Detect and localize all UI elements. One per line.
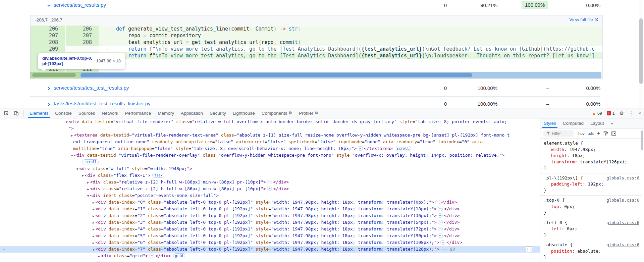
devtools-tab-elements[interactable]: Elements (26, 108, 52, 118)
css-rule: .left-0 {globals.css:6left: 0px;} (540, 218, 642, 241)
expand-ellipsis-pill[interactable]: ⋯ (358, 146, 363, 151)
expand-ellipsis-pill[interactable]: ⋯ (438, 213, 443, 218)
expand-ellipsis-pill[interactable]: ⋯ (149, 254, 154, 258)
dom-tree-node[interactable]: ▶<div data-index="2" class="absolute lef… (0, 212, 540, 219)
expand-ellipsis-pill[interactable]: ⋯ (438, 227, 443, 231)
devtools: ElementsConsoleSourcesNetworkPerformance… (0, 108, 644, 262)
css-property[interactable]: left: 0px; (544, 226, 642, 232)
devtools-tab-performance[interactable]: Performance (122, 108, 154, 118)
dom-tree-node[interactable]: "> (0, 125, 540, 132)
expand-ellipsis-pill[interactable]: ⋯ (438, 220, 443, 224)
filter-toggle-[interactable]: + (597, 130, 600, 136)
devtools-tab-network[interactable]: Network (98, 108, 122, 118)
css-property[interactable]: height: 18px; (544, 153, 642, 159)
dom-tree-node[interactable]: ▶<div data-index="0" class="absolute lef… (0, 199, 540, 206)
dom-tree-node[interactable]: ▼<div data-testid="virtual-file-renderer… (0, 152, 540, 159)
file-stat: 0.00% (550, 85, 600, 91)
dom-tree-node[interactable]: ▼<div class="flex flex-1">flex (0, 172, 540, 179)
dom-tree-node[interactable]: ▶<div class="relative z-[2] h-full w-[86… (0, 186, 540, 192)
dom-tree-node[interactable]: ▶<div class="relative z-[2] h-full w-[86… (0, 179, 540, 186)
horizontal-scrollbar-thumb-left[interactable] (32, 73, 76, 77)
scroll-into-view-icon[interactable] (526, 246, 532, 252)
stylesheet-link[interactable]: globals.css:6 (606, 242, 639, 248)
dom-tree-node[interactable]: ▼<div data-testid="virtual-file-renderer… (0, 118, 540, 125)
horizontal-scrollbar-thumb[interactable] (80, 73, 472, 77)
new-line-number: 206 (66, 25, 99, 32)
badge-grid[interactable]: grid (173, 253, 185, 258)
dom-tree-node[interactable]: ▶<textarea data-testid="virtual-file-ren… (0, 132, 540, 139)
styles-tab-more[interactable]: » (607, 118, 617, 128)
devtools-tab-sources[interactable]: Sources (75, 108, 99, 118)
code-text (99, 66, 602, 72)
stylesheet-link[interactable]: globals.css:6 (606, 175, 639, 181)
styles-tab-layout[interactable]: Layout (587, 118, 607, 128)
dom-tree-node[interactable]: ▼<div inert class="pointer-events-none s… (0, 192, 540, 199)
old-line-number: 207 (31, 32, 66, 39)
stylesheet-link[interactable]: globals.css:6 (606, 197, 639, 204)
rendering-brush-icon[interactable] (603, 131, 608, 136)
devtools-tab-application[interactable]: Application (177, 108, 206, 118)
devtools-tab-components[interactable]: Components (258, 108, 296, 118)
devtools-tab-profiler[interactable]: Profiler (296, 108, 322, 118)
css-property[interactable]: position: absolute; (544, 248, 642, 255)
file-name-link[interactable]: services/tests/test_test_results.py (54, 85, 129, 91)
hunk-range: -206,7 +206,7 (35, 17, 62, 22)
dom-tree-node[interactable]: ext-transparent outline-none" readonly a… (0, 139, 540, 145)
dom-tree-node[interactable]: ▶<div data-index="1" class="absolute lef… (0, 206, 540, 212)
styles-tab-styles[interactable]: Styles (540, 118, 559, 128)
file-stat: – (499, 101, 549, 107)
expand-ellipsis-pill[interactable]: ⋯ (267, 187, 272, 191)
file-stat: 0 (396, 85, 447, 91)
expand-ellipsis-pill[interactable]: ⋯ (438, 207, 443, 211)
badge-scroll[interactable]: scroll (83, 159, 99, 164)
expand-ellipsis-pill[interactable]: ⋯ (438, 233, 443, 238)
devtools-tab-memory[interactable]: Memory (154, 108, 177, 118)
css-property[interactable]: width: 1947.98px; (544, 147, 642, 153)
dom-tree-node[interactable]: ▶<div data-index="6" class="absolute lef… (0, 239, 540, 246)
dom-tree-node[interactable]: ▶<div data-index="4" class="absolute lef… (0, 226, 540, 232)
stylesheet-link[interactable]: globals.css:6 (606, 220, 639, 226)
css-property[interactable]: padding-left: 192px; (544, 181, 642, 188)
file-name-link[interactable]: tasks/tests/unit/test_test_results_finis… (54, 101, 150, 106)
view-full-file-link[interactable]: View full file (569, 17, 598, 22)
dom-tree-node[interactable]: ▼<div class="w-full" style="width: 1948p… (0, 165, 540, 172)
styles-filter-input[interactable]: Filter (543, 130, 574, 137)
kebab-menu-icon[interactable]: ⋮ (629, 110, 634, 116)
dom-tree-node[interactable]: ▶<div class="grid">⋯</div>grid (0, 253, 540, 259)
expand-ellipsis-pill[interactable]: ⋯ (435, 200, 440, 204)
filter-toggle-hov[interactable]: :hov (577, 132, 585, 136)
dom-tree-node[interactable]: </div> (0, 259, 540, 262)
errors-indicator[interactable]: !1 (607, 111, 615, 116)
dom-tree-node[interactable]: multiline="true" aria-haspopup="false" s… (0, 145, 540, 152)
css-property[interactable]: top: 0px; (544, 204, 642, 210)
badge-scroll[interactable]: scroll (395, 146, 411, 151)
styles-sidebar: StylesComputedLayout» Filter :hov.cls+ e… (540, 118, 644, 262)
dom-tree-node[interactable]: ▶<div data-index="5" class="absolute lef… (0, 232, 540, 239)
dom-tree-node[interactable]: scroll (0, 159, 540, 165)
filter-toggle-cls[interactable]: .cls (588, 132, 594, 136)
page-scrollbar-thumb[interactable] (639, 18, 643, 84)
styles-tab-computed[interactable]: Computed (559, 118, 587, 128)
styles-scrollbar-thumb[interactable] (641, 130, 643, 150)
dom-tree-node[interactable]: ▶<div data-index="3" class="absolute lef… (0, 219, 540, 226)
chevron-right-icon[interactable] (47, 87, 51, 91)
sidebar-panel-icon[interactable] (611, 131, 616, 136)
devtools-tab-security[interactable]: Security (206, 108, 229, 118)
settings-gear-icon[interactable]: ⚙ (620, 110, 624, 116)
page-scrollbar[interactable] (639, 0, 643, 108)
device-toolbar-icon[interactable] (13, 110, 20, 116)
badge-flex[interactable]: flex (152, 173, 164, 178)
devtools-tab-console[interactable]: Console (52, 108, 75, 118)
expand-ellipsis-pill[interactable]: ⋯ (440, 240, 445, 245)
codecov-diff-page: services/test_results.py090.21%100.00%0.… (0, 0, 644, 108)
chevron-right-icon[interactable] (47, 102, 51, 106)
close-devtools-icon[interactable]: × (638, 110, 641, 116)
expand-ellipsis-pill[interactable]: ⋯ (267, 180, 272, 184)
warnings-indicator[interactable]: ▲69 (592, 111, 602, 116)
dom-tree-node[interactable]: ▼<div data-index="7" class="absolute lef… (0, 246, 540, 253)
chevron-down-icon[interactable] (47, 4, 51, 8)
css-property[interactable]: transform: translateY(126px); (544, 159, 642, 165)
file-name-link[interactable]: services/test_results.py (54, 2, 106, 8)
devtools-tab-lighthouse[interactable]: Lighthouse (229, 108, 258, 118)
inspect-element-icon[interactable] (3, 110, 10, 116)
